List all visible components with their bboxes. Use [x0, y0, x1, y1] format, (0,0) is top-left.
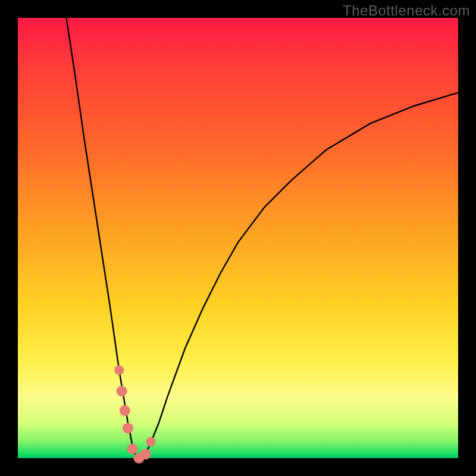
- watermark-text: TheBottleneck.com: [343, 2, 470, 19]
- bottleneck-curve-svg: [18, 18, 458, 458]
- curve-marker: [114, 365, 124, 375]
- curve-marker: [146, 437, 156, 447]
- curve-marker: [127, 444, 137, 455]
- chart-frame: TheBottleneck.com: [0, 0, 476, 476]
- curve-marker: [117, 386, 127, 397]
- curve-marker: [123, 423, 133, 434]
- curve-marker: [140, 449, 151, 459]
- curve-marker: [120, 405, 130, 416]
- plot-area: [18, 18, 458, 458]
